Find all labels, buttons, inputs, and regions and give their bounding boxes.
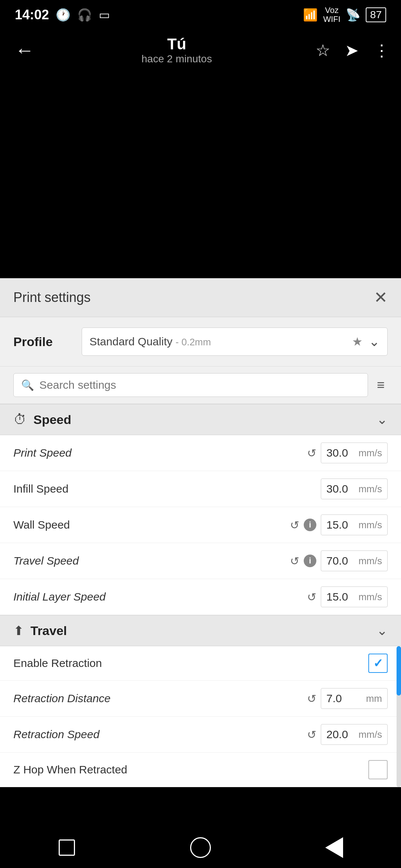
nav-back-button[interactable]: [319, 833, 349, 862]
nav-home-button[interactable]: [186, 833, 215, 862]
setting-row-initial-layer-speed: Initial Layer Speed ↺ 15.0 mm/s: [0, 579, 401, 615]
print-speed-actions: ↺: [307, 447, 316, 460]
setting-row-travel-speed: Travel Speed ↺ i 70.0 mm/s: [0, 543, 401, 579]
back-button[interactable]: ←: [11, 35, 38, 65]
more-icon[interactable]: ⋮: [374, 41, 390, 60]
setting-row-retraction-distance: Retraction Distance ↺ 7.0 mm: [0, 681, 401, 717]
travel-speed-actions: ↺ i: [290, 555, 316, 568]
travel-speed-label: Travel Speed: [13, 555, 290, 567]
wall-speed-label: Wall Speed: [13, 519, 290, 531]
wall-speed-actions: ↺ i: [290, 519, 316, 532]
travel-section-icon: ⬆: [13, 623, 24, 638]
print-settings-panel: Print settings ✕ Profile Standard Qualit…: [0, 278, 401, 787]
profile-value: Standard Quality - 0.2mm: [89, 335, 352, 348]
profile-select-icons: ★ ⌄: [352, 334, 380, 349]
nav-recent-button[interactable]: [52, 833, 82, 862]
infill-speed-value-box[interactable]: 30.0 mm/s: [321, 479, 388, 499]
nav-bar: ← Tú hace 2 minutos ☆ ➤ ⋮: [0, 30, 401, 70]
travel-speed-unit: mm/s: [358, 555, 382, 567]
wifi-icon: 📡: [346, 8, 361, 22]
setting-row-retraction-speed: Retraction Speed ↺ 20.0 mm/s: [0, 717, 401, 753]
status-bar-right: 📶 VozWIFI 📡 87: [303, 6, 386, 24]
profile-row: Profile Standard Quality - 0.2mm ★ ⌄: [0, 317, 401, 366]
section-header-speed: ⏱ Speed ⌄: [0, 404, 401, 435]
retraction-distance-label: Retraction Distance: [13, 692, 307, 705]
nav-title: Tú: [167, 35, 186, 53]
infill-speed-unit: mm/s: [358, 483, 382, 495]
speed-chevron[interactable]: ⌄: [376, 412, 388, 427]
nav-circle-icon: [190, 837, 211, 858]
nav-square-icon: [59, 839, 75, 856]
wall-speed-reset-icon[interactable]: ↺: [290, 519, 299, 532]
wall-speed-info-icon[interactable]: i: [304, 519, 316, 531]
initial-layer-speed-actions: ↺: [307, 591, 316, 604]
status-time: 14:02: [15, 7, 49, 23]
retraction-distance-unit: mm: [366, 693, 382, 704]
search-input[interactable]: [39, 379, 360, 391]
search-icon: 🔍: [21, 379, 34, 391]
wall-speed-value-box[interactable]: 15.0 mm/s: [321, 514, 388, 535]
speed-icon: ⏱: [13, 412, 27, 427]
travel-speed-value-box[interactable]: 70.0 mm/s: [321, 550, 388, 571]
print-speed-reset-icon[interactable]: ↺: [307, 447, 316, 460]
infill-speed-label: Infill Speed: [13, 483, 316, 495]
nav-subtitle: hace 2 minutos: [141, 53, 212, 65]
enable-retraction-check: ✓: [373, 656, 383, 670]
travel-speed-reset-icon[interactable]: ↺: [290, 555, 299, 568]
initial-layer-speed-value-box[interactable]: 15.0 mm/s: [321, 586, 388, 607]
setting-row-print-speed: Print Speed ↺ 30.0 mm/s: [0, 435, 401, 471]
infill-speed-value: 30.0: [326, 483, 348, 495]
battery-icon: 87: [366, 7, 386, 22]
retraction-speed-reset-icon[interactable]: ↺: [307, 728, 316, 741]
zhop-checkbox[interactable]: [368, 760, 388, 779]
signal-icon: 📶: [303, 8, 318, 22]
print-speed-value: 30.0: [326, 447, 348, 459]
headset-icon: 🎧: [77, 8, 92, 22]
travel-section-title: Travel: [30, 624, 67, 638]
retraction-speed-value: 20.0: [326, 728, 348, 741]
panel-title: Print settings: [13, 290, 91, 305]
enable-retraction-label: Enable Retraction: [13, 657, 364, 670]
retraction-distance-actions: ↺: [307, 692, 316, 705]
share-icon[interactable]: ➤: [345, 41, 359, 60]
profile-star-icon: ★: [352, 335, 363, 349]
retraction-distance-reset-icon[interactable]: ↺: [307, 692, 316, 705]
retraction-distance-value: 7.0: [326, 692, 342, 705]
search-row: 🔍 ≡: [0, 366, 401, 404]
print-speed-label: Print Speed: [13, 447, 307, 459]
search-input-wrap: 🔍: [13, 373, 368, 397]
print-speed-value-box[interactable]: 30.0 mm/s: [321, 443, 388, 463]
initial-layer-speed-reset-icon[interactable]: ↺: [307, 591, 316, 604]
retraction-speed-value-box[interactable]: 20.0 mm/s: [321, 724, 388, 745]
initial-layer-speed-value: 15.0: [326, 591, 348, 603]
wall-speed-unit: mm/s: [358, 519, 382, 531]
profile-chevron-icon: ⌄: [369, 334, 380, 349]
retraction-speed-label: Retraction Speed: [13, 728, 307, 741]
content-area: [0, 70, 401, 278]
travel-settings-content: Enable Retraction ✓ Retraction Distance …: [0, 646, 401, 787]
alarm-icon: 🕐: [56, 8, 71, 22]
profile-label: Profile: [13, 335, 73, 349]
nav-triangle-icon: [325, 837, 343, 858]
initial-layer-speed-label: Initial Layer Speed: [13, 591, 307, 603]
setting-row-enable-retraction: Enable Retraction ✓: [0, 646, 401, 681]
section-header-travel: ⬆ Travel ⌄: [0, 615, 401, 646]
tablet-icon: ▭: [99, 8, 110, 22]
status-bar-left: 14:02 🕐 🎧 ▭: [15, 7, 110, 23]
filter-icon[interactable]: ≡: [374, 374, 388, 396]
panel-header: Print settings ✕: [0, 278, 401, 317]
retraction-distance-value-box[interactable]: 7.0 mm: [321, 688, 388, 709]
setting-row-wall-speed: Wall Speed ↺ i 15.0 mm/s: [0, 507, 401, 543]
travel-chevron[interactable]: ⌄: [376, 623, 388, 638]
print-speed-unit: mm/s: [358, 447, 382, 459]
setting-row-infill-speed: Infill Speed 30.0 mm/s: [0, 471, 401, 507]
bottom-nav: [0, 827, 401, 868]
profile-select[interactable]: Standard Quality - 0.2mm ★ ⌄: [82, 328, 388, 356]
panel-close-button[interactable]: ✕: [374, 289, 388, 306]
travel-speed-info-icon[interactable]: i: [304, 555, 316, 567]
enable-retraction-checkbox[interactable]: ✓: [368, 654, 388, 673]
scrollbar-thumb[interactable]: [397, 646, 401, 696]
star-icon[interactable]: ☆: [316, 41, 330, 60]
retraction-speed-actions: ↺: [307, 728, 316, 741]
nav-actions: ☆ ➤ ⋮: [316, 41, 390, 60]
